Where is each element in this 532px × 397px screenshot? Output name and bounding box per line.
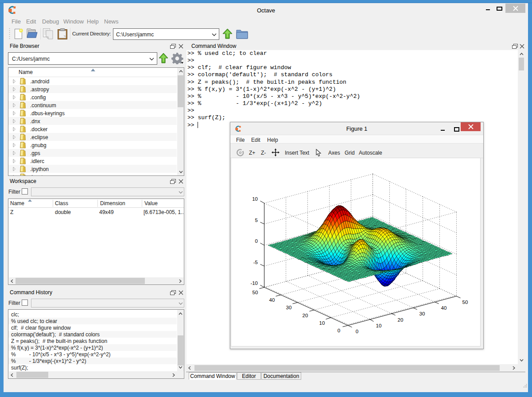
svg-text:30: 30 — [286, 305, 292, 310]
svg-text:40: 40 — [441, 305, 447, 311]
svg-text:30: 30 — [419, 311, 425, 316]
svg-text:10: 10 — [319, 320, 325, 326]
svg-text:0: 0 — [356, 329, 358, 334]
svg-text:0: 0 — [255, 238, 258, 244]
svg-text:20: 20 — [398, 317, 404, 323]
svg-text:10: 10 — [252, 196, 258, 202]
svg-text:0: 0 — [338, 328, 340, 333]
svg-text:-10: -10 — [250, 280, 258, 286]
svg-text:5: 5 — [255, 218, 258, 223]
svg-text:50: 50 — [462, 300, 468, 305]
svg-text:50: 50 — [252, 290, 258, 295]
svg-text:10: 10 — [376, 323, 382, 328]
svg-text:40: 40 — [269, 297, 275, 303]
svg-text:-5: -5 — [253, 260, 258, 265]
svg-text:20: 20 — [303, 313, 308, 318]
